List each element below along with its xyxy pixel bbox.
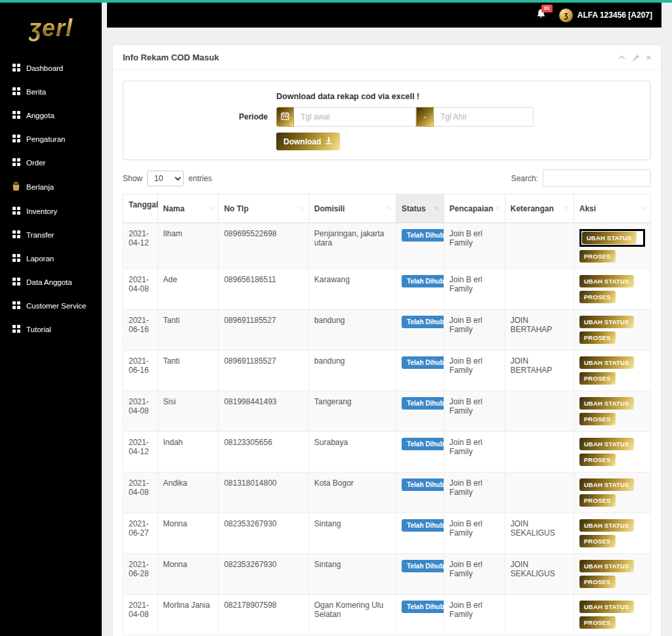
download-button[interactable]: Download	[276, 133, 340, 150]
download-button-label: Download	[284, 137, 321, 146]
table-header-row: Tanggal↑↓ Nama↑↓ No Tlp↑↓ Domisili↑↓ Sta…	[123, 194, 651, 223]
info-rekam-cod-panel: Info Rekam COD Masuk × Download data rek…	[112, 45, 662, 636]
ubah-status-button[interactable]: UBAH STATUS	[579, 601, 634, 613]
cell-aksi: UBAH STATUS PROSES	[574, 310, 650, 350]
sidebar-item-berita[interactable]: Berita	[0, 80, 102, 104]
status-badge: Telah Dihubungi	[402, 519, 444, 532]
brand-logo[interactable]: ʒerl	[0, 3, 102, 51]
ubah-status-button[interactable]: UBAH STATUS	[579, 519, 634, 532]
close-icon[interactable]: ×	[646, 53, 651, 62]
col-keterangan[interactable]: Keterangan↑↓	[505, 194, 574, 223]
proses-button[interactable]: PROSES	[579, 291, 616, 303]
cell-pencapaian: Join B erl Family	[444, 223, 505, 269]
ubah-status-button[interactable]: UBAH STATUS	[579, 397, 634, 410]
sidebar-item-data-anggota[interactable]: Data Anggota	[0, 270, 102, 294]
grid-icon	[12, 278, 20, 287]
collapse-icon[interactable]	[618, 55, 625, 60]
ubah-status-button[interactable]: UBAH STATUS	[579, 478, 634, 491]
cell-tanggal: 2021-04-08	[123, 595, 158, 635]
sidebar-item-anggota[interactable]: Anggota	[0, 104, 102, 127]
cod-table: Tanggal↑↓ Nama↑↓ No Tlp↑↓ Domisili↑↓ Sta…	[123, 194, 651, 635]
cell-keterangan: JOIN SEKALIGUS	[505, 554, 574, 595]
cell-nama: Tanti	[158, 310, 219, 350]
grid-icon	[12, 325, 20, 334]
proses-button[interactable]: PROSES	[579, 576, 616, 588]
sidebar-item-inventory[interactable]: Inventory	[0, 200, 102, 223]
sidebar-item-laporan[interactable]: Laporan	[0, 247, 102, 270]
col-status[interactable]: Status↑↓	[396, 194, 444, 223]
cell-keterangan	[505, 595, 574, 635]
col-nama[interactable]: Nama↑↓	[158, 194, 219, 223]
notifications-button[interactable]: 31	[536, 9, 546, 22]
proses-button[interactable]: PROSES	[579, 331, 616, 344]
col-tanggal[interactable]: Tanggal↑↓	[123, 194, 158, 223]
sidebar-item-dashboard[interactable]: Dashboard	[0, 56, 102, 80]
cell-aksi: UBAH STATUS PROSES	[574, 554, 650, 595]
proses-button[interactable]: PROSES	[579, 413, 616, 425]
tgl-ahir-input[interactable]	[434, 107, 534, 127]
cell-no-tlp: 089691185527	[219, 350, 308, 391]
user-menu[interactable]: ʒ ALFA 123456 [A207]	[559, 9, 652, 22]
sidebar-item-transfer[interactable]: Transfer	[0, 223, 102, 247]
notification-badge: 31	[541, 5, 553, 12]
cell-tanggal: 2021-04-12	[123, 223, 158, 269]
wrench-icon[interactable]	[632, 54, 639, 61]
sidebar-item-pengaturan[interactable]: Pengaturan	[0, 127, 102, 151]
status-badge: Telah Dihubungi	[402, 560, 444, 572]
table-row: 2021-06-27 Monna 082353267930 Sintang Te…	[123, 513, 651, 554]
cell-keterangan: JOIN SEKALIGUS	[505, 513, 574, 554]
sort-icon: ↑↓	[209, 205, 213, 211]
cell-aksi: UBAH STATUS PROSES	[574, 223, 650, 269]
ubah-status-button[interactable]: UBAH STATUS	[579, 275, 634, 287]
tgl-awal-input[interactable]	[294, 107, 416, 127]
calendar-addon	[276, 107, 294, 127]
cell-domisili: Kota Bogor	[308, 473, 396, 513]
cell-keterangan	[505, 223, 574, 269]
entries-label: entries	[188, 174, 212, 183]
proses-button[interactable]: PROSES	[579, 372, 616, 385]
download-icon	[325, 137, 333, 146]
cell-keterangan	[505, 269, 574, 310]
col-pencapaian[interactable]: Pencapaian↑↓	[444, 194, 505, 223]
table-row: 2021-04-08 Andika 081318014800 Kota Bogo…	[123, 473, 651, 513]
search-input[interactable]	[543, 169, 651, 187]
cell-tanggal: 2021-06-28	[123, 554, 158, 595]
sidebar-menu: Dashboard Berita Anggota	[0, 56, 102, 341]
sidebar-item-customer-service[interactable]: Customer Service	[0, 294, 102, 318]
proses-button[interactable]: PROSES	[579, 494, 616, 507]
cell-domisili: Sintang	[308, 513, 396, 554]
cell-domisili: Tangerang	[308, 391, 396, 432]
panel-header: Info Rekam COD Masuk ×	[113, 45, 661, 70]
ubah-status-button[interactable]: UBAH STATUS	[579, 356, 634, 369]
ubah-status-button[interactable]: UBAH STATUS	[582, 232, 637, 244]
cell-pencapaian: Join B erl Family	[444, 473, 505, 513]
cell-pencapaian: Join B erl Family	[444, 269, 505, 310]
cell-tanggal: 2021-06-27	[123, 513, 158, 554]
proses-button[interactable]: PROSES	[579, 535, 616, 547]
proses-button[interactable]: PROSES	[579, 616, 616, 629]
status-badge: Telah Dihubungi	[402, 601, 444, 613]
cell-pencapaian: Join B erl Family	[444, 350, 505, 391]
col-domisili[interactable]: Domisili↑↓	[308, 194, 396, 223]
page-size-select[interactable]: 10	[147, 171, 184, 186]
grid-icon	[12, 111, 20, 120]
ubah-status-button[interactable]: UBAH STATUS	[579, 316, 634, 328]
proses-button[interactable]: PROSES	[579, 250, 616, 263]
status-badge: Telah Dihubungi	[402, 438, 444, 450]
sidebar-item-order[interactable]: Order	[0, 151, 102, 175]
sidebar-item-tutorial[interactable]: Tutorial	[0, 318, 102, 341]
ubah-status-button[interactable]: UBAH STATUS	[579, 438, 634, 450]
ubah-status-button[interactable]: UBAH STATUS	[579, 560, 634, 572]
col-aksi[interactable]: Aksi↑↓	[574, 194, 650, 223]
cell-aksi: UBAH STATUS PROSES	[574, 513, 650, 554]
cell-keterangan	[505, 473, 574, 513]
status-badge: Telah Dihubungi	[402, 316, 444, 328]
col-no-tlp[interactable]: No Tlp↑↓	[219, 194, 308, 223]
cell-no-tlp: 081998441493	[219, 391, 308, 432]
sidebar: ʒerl Dashboard Berita	[0, 3, 102, 636]
sort-icon: ↑↓	[148, 211, 152, 217]
cell-status: Telah Dihubungi	[396, 391, 444, 432]
sidebar-item-berlanja[interactable]: Berlanja	[0, 175, 102, 200]
proses-button[interactable]: PROSES	[579, 454, 616, 466]
search-label: Search:	[511, 174, 538, 183]
